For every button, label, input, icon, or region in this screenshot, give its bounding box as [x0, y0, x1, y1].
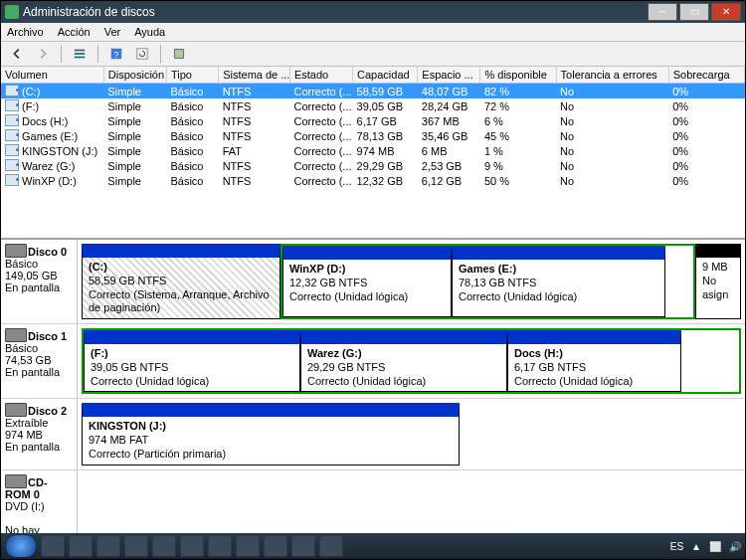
toolbar-divider [160, 45, 161, 63]
taskbar-item[interactable] [264, 535, 287, 557]
help-icon[interactable]: ? [106, 44, 126, 64]
disk-label[interactable]: Disco 2Extraíble974 MBEn pantalla [1, 399, 78, 468]
volume-row[interactable]: (C:)SimpleBásicoNTFSCorrecto (...58,59 G… [1, 84, 745, 99]
back-button[interactable] [7, 44, 27, 64]
col-sobrecarga[interactable]: Sobrecarga [668, 67, 744, 84]
taskbar-item[interactable] [69, 535, 93, 557]
app-icon [5, 5, 19, 19]
disk-map: Disco 0Básico149,05 GBEn pantalla(C:)58,… [1, 239, 745, 554]
svg-rect-6 [175, 50, 184, 59]
toolbar-divider [97, 45, 98, 63]
volume-icon [5, 114, 19, 126]
disk-row: Disco 2Extraíble974 MBEn pantallaKINGSTO… [1, 399, 745, 469]
system-tray[interactable]: ES ▲ ⬜ 🔊 [670, 541, 741, 552]
taskbar-item[interactable] [319, 535, 343, 557]
svg-rect-5 [137, 49, 148, 60]
svg-rect-0 [75, 50, 86, 52]
col-tolerancia[interactable]: Tolerancia a errores [556, 67, 668, 84]
view-list-icon[interactable] [70, 44, 90, 64]
disk-row: Disco 1Básico74,53 GBEn pantalla(F:)39,0… [1, 324, 745, 399]
volume-table[interactable]: Volumen Disposición Tipo Sistema de ... … [1, 67, 745, 188]
svg-text:?: ? [114, 50, 119, 60]
start-button[interactable] [5, 534, 37, 558]
extended-partition: WinXP (D:)12,32 GB NTFSCorrecto (Unidad … [280, 244, 695, 319]
toolbar-divider [61, 45, 62, 63]
forward-button[interactable] [33, 44, 53, 64]
refresh-icon[interactable] [132, 44, 152, 64]
tray-lang-icon[interactable]: ES [670, 541, 683, 552]
volume-row[interactable]: (F:)SimpleBásicoNTFSCorrecto (...39,05 G… [1, 98, 745, 113]
partition[interactable]: (F:)39,05 GB NTFSCorrecto (Unidad lógica… [84, 330, 300, 392]
volume-icon [5, 129, 19, 141]
partition[interactable]: Games (E:)78,13 GB NTFSCorrecto (Unidad … [452, 246, 665, 317]
taskbar-item[interactable] [236, 535, 260, 557]
disk-body: (C:)58,59 GB NTFSCorrecto (Sistema, Arra… [78, 240, 745, 323]
taskbar-item[interactable] [152, 535, 176, 557]
partition[interactable]: Warez (G:)29,29 GB NTFSCorrecto (Unidad … [300, 330, 507, 392]
volume-icon [5, 85, 19, 96]
disk-body: (F:)39,05 GB NTFSCorrecto (Unidad lógica… [78, 324, 745, 398]
menu-accion[interactable]: Acción [58, 26, 91, 38]
toolbar: ? [1, 42, 745, 67]
disk-body: KINGSTON (J:)974 MB FATCorrecto (Partici… [78, 399, 745, 468]
col-estado[interactable]: Estado [289, 67, 352, 84]
menu-archivo[interactable]: Archivo [7, 26, 44, 38]
tray-flag-icon[interactable]: ▲ [691, 541, 701, 552]
col-disposicion[interactable]: Disposición [103, 67, 166, 84]
extended-partition: (F:)39,05 GB NTFSCorrecto (Unidad lógica… [82, 328, 741, 394]
col-sistema[interactable]: Sistema de ... [219, 67, 290, 84]
volume-row[interactable]: Docs (H:)SimpleBásicoNTFSCorrecto (...6,… [1, 113, 745, 128]
partition[interactable]: (C:)58,59 GB NTFSCorrecto (Sistema, Arra… [82, 244, 280, 319]
partition[interactable]: 9 MBNo asign [695, 244, 741, 319]
maximize-button[interactable]: ▭ [679, 3, 709, 21]
volume-icon [5, 144, 19, 156]
volume-icon [5, 99, 19, 111]
partition[interactable]: Docs (H:)6,17 GB NTFSCorrecto (Unidad ló… [507, 330, 681, 392]
titlebar: Administración de discos ─ ▭ ✕ [1, 1, 745, 23]
disk-icon [5, 403, 27, 417]
menubar: Archivo Acción Ver Ayuda [1, 23, 745, 42]
disk-row: Disco 0Básico149,05 GBEn pantalla(C:)58,… [1, 240, 745, 324]
taskbar-item[interactable] [208, 535, 232, 557]
close-button[interactable]: ✕ [711, 3, 741, 21]
window-buttons: ─ ▭ ✕ [646, 3, 741, 21]
col-capacidad[interactable]: Capacidad [353, 67, 418, 84]
volume-row[interactable]: Games (E:)SimpleBásicoNTFSCorrecto (...7… [1, 128, 745, 143]
volume-icon [5, 159, 19, 171]
disk-icon [5, 474, 27, 488]
partition[interactable]: WinXP (D:)12,32 GB NTFSCorrecto (Unidad … [282, 246, 452, 317]
volume-row[interactable]: Warez (G:)SimpleBásicoNTFSCorrecto (...2… [1, 158, 745, 173]
menu-ayuda[interactable]: Ayuda [134, 26, 165, 38]
tray-network-icon[interactable]: ⬜ [709, 541, 721, 552]
col-tipo[interactable]: Tipo [166, 67, 218, 84]
taskbar-item[interactable] [96, 535, 120, 557]
settings-icon[interactable] [169, 44, 189, 64]
col-volumen[interactable]: Volumen [1, 67, 103, 84]
svg-rect-1 [75, 53, 86, 55]
column-headers[interactable]: Volumen Disposición Tipo Sistema de ... … [1, 67, 745, 84]
taskbar-item[interactable] [180, 535, 204, 557]
disk-label[interactable]: Disco 0Básico149,05 GBEn pantalla [1, 240, 78, 323]
disk-icon [5, 328, 27, 342]
taskbar-item[interactable] [124, 535, 148, 557]
taskbar: ES ▲ ⬜ 🔊 [1, 533, 745, 559]
partition[interactable]: KINGSTON (J:)974 MB FATCorrecto (Partici… [82, 403, 460, 465]
taskbar-item[interactable] [291, 535, 315, 557]
col-espacio[interactable]: Espacio ... [418, 67, 480, 84]
col-disponible[interactable]: % disponible [480, 67, 556, 84]
disk-label[interactable]: Disco 1Básico74,53 GBEn pantalla [1, 324, 78, 398]
volume-icon [5, 174, 19, 186]
tray-volume-icon[interactable]: 🔊 [729, 541, 741, 552]
volume-row[interactable]: KINGSTON (J:)SimpleBásicoFATCorrecto (..… [1, 143, 745, 158]
svg-rect-2 [75, 57, 86, 59]
volume-row[interactable]: WinXP (D:)SimpleBásicoNTFSCorrecto (...1… [1, 173, 745, 188]
disk-icon [5, 244, 27, 258]
taskbar-item[interactable] [41, 535, 65, 557]
minimize-button[interactable]: ─ [648, 3, 677, 21]
window-title: Administración de discos [23, 5, 646, 19]
menu-ver[interactable]: Ver [104, 26, 121, 38]
volume-list: Volumen Disposición Tipo Sistema de ... … [1, 67, 745, 239]
